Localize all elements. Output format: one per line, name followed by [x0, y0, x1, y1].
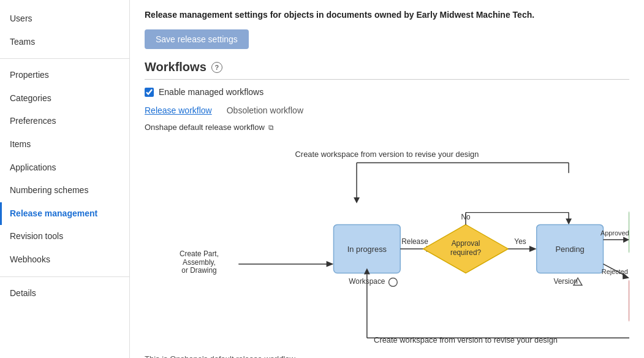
svg-point-11	[388, 278, 397, 286]
diagram-svg: Create workspace from version to revise …	[145, 142, 629, 350]
svg-text:Approved: Approved	[600, 229, 629, 237]
svg-text:Create Part,: Create Part,	[180, 249, 219, 258]
sidebar-item-preferences[interactable]: Preferences	[0, 110, 129, 133]
help-icon[interactable]: ?	[211, 62, 222, 73]
tab-obsoletion-workflow[interactable]: Obsoletion workflow	[227, 105, 303, 118]
top-label: Create workspace from version to revise …	[295, 150, 479, 159]
onshape-default-row: Onshape default release workflow ⧉	[145, 123, 629, 132]
sidebar-item-release-management[interactable]: Release management	[0, 202, 129, 226]
external-link-icon[interactable]: ⧉	[268, 123, 274, 132]
svg-text:Yes: Yes	[514, 237, 526, 246]
svg-text:Assembly,: Assembly,	[183, 258, 216, 267]
onshape-default-label: Onshape default release workflow	[145, 123, 265, 132]
sidebar-item-teams[interactable]: Teams	[0, 31, 129, 54]
svg-text:Rejected: Rejected	[602, 268, 628, 275]
workflows-title: Workflows	[145, 60, 206, 74]
page-description: Release management settings for objects …	[145, 10, 629, 20]
svg-marker-8	[327, 261, 334, 267]
sidebar-divider-1	[0, 58, 129, 59]
sidebar-item-users[interactable]: Users	[0, 7, 129, 31]
enable-managed-workflows-checkbox[interactable]	[145, 88, 154, 97]
sidebar-item-webhooks[interactable]: Webhooks	[0, 248, 129, 272]
sidebar-item-categories[interactable]: Categories	[0, 87, 129, 110]
section-title: Workflows ?	[145, 60, 629, 74]
enable-managed-workflows-label: Enable managed workflows	[159, 87, 263, 97]
sidebar-item-items[interactable]: Items	[0, 133, 129, 156]
svg-text:In progress: In progress	[347, 245, 387, 254]
svg-marker-29	[623, 237, 629, 243]
sidebar: Users Teams Properties Categories Prefer…	[0, 0, 130, 358]
svg-marker-3	[354, 197, 360, 204]
svg-text:Create workspace from version : Create workspace from version to revise …	[374, 335, 558, 345]
svg-text:Release: Release	[401, 237, 428, 246]
tab-release-workflow[interactable]: Release workflow	[145, 105, 212, 118]
sidebar-item-applications[interactable]: Applications	[0, 156, 129, 180]
section-divider	[145, 79, 629, 80]
svg-marker-23	[529, 246, 537, 252]
sidebar-divider-2	[0, 276, 129, 277]
sidebar-item-details[interactable]: Details	[0, 282, 129, 305]
svg-text:Pending: Pending	[556, 245, 585, 254]
save-release-settings-button[interactable]: Save release settings	[145, 29, 249, 49]
workflow-tabs: Release workflow Obsoletion workflow	[145, 105, 629, 118]
sidebar-item-properties[interactable]: Properties	[0, 64, 129, 87]
sidebar-item-numbering-schemes[interactable]: Numbering schemes	[0, 179, 129, 202]
sidebar-item-revision-tools[interactable]: Revision tools	[0, 225, 129, 248]
svg-text:Approval: Approval	[452, 239, 480, 248]
svg-text:required?: required?	[450, 248, 482, 257]
svg-text:or Drawing: or Drawing	[181, 266, 216, 275]
main-content: Release management settings for objects …	[130, 0, 644, 358]
enable-managed-workflows-row: Enable managed workflows	[145, 87, 629, 97]
svg-marker-21	[566, 219, 572, 225]
workflow-diagram: Create workspace from version to revise …	[145, 142, 629, 352]
footer-note: This is Onshape's default release workfl…	[145, 354, 629, 358]
